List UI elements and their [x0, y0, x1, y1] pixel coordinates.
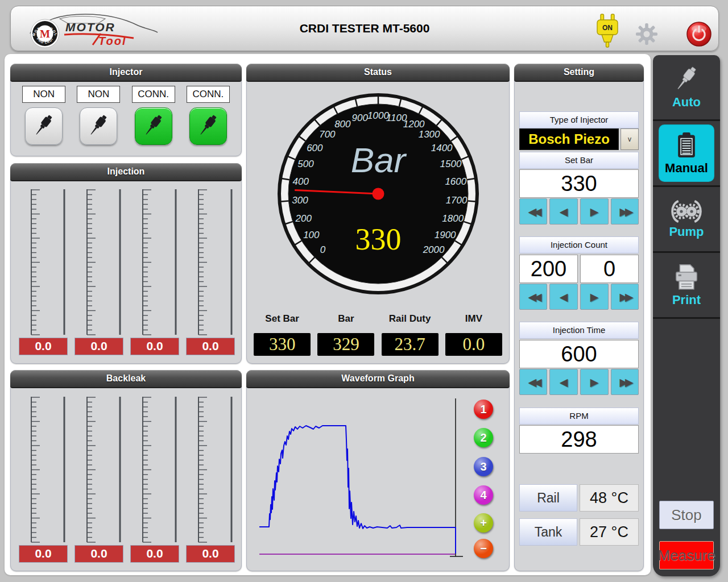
injector1-button[interactable] — [25, 107, 63, 145]
rail-temp-value: 48 °C — [580, 484, 639, 512]
svg-text:2000: 2000 — [423, 244, 445, 255]
backleak3-value: 0.0 — [130, 545, 179, 563]
type-of-injector-label: Type of Injector — [519, 111, 639, 128]
injector-panel: Injector NON NON CONN. CONN. — [10, 64, 242, 156]
injection3-value: 0.0 — [130, 338, 179, 355]
channel-4-button[interactable]: 4 — [474, 485, 493, 505]
channel-3-button[interactable]: 3 — [474, 457, 493, 476]
backleak-gauge-4: 0.0 — [183, 396, 238, 563]
svg-text:900: 900 — [352, 113, 369, 123]
injector-icon — [195, 113, 221, 139]
injector4-button[interactable] — [189, 107, 227, 145]
brand-motor-text: MOTOR — [65, 20, 115, 34]
readout-imv: IMV 0.0 — [442, 313, 506, 356]
rpm-label: RPM — [519, 408, 639, 425]
injector3-status: CONN. — [132, 86, 175, 103]
increase-button[interactable]: ▶ — [580, 198, 609, 225]
svg-text:0: 0 — [320, 244, 326, 255]
svg-text:1300: 1300 — [419, 129, 440, 140]
injection1-value: 0.0 — [19, 338, 68, 355]
gauge-value-readout: 330 — [355, 222, 402, 256]
vertical-scale — [71, 396, 127, 543]
readout-value: 23.7 — [382, 333, 439, 356]
fast-decrease-button[interactable]: ◀◀ — [519, 284, 547, 310]
decrease-button[interactable]: ◀ — [549, 198, 578, 225]
svg-text:1700: 1700 — [446, 195, 468, 206]
svg-text:600: 600 — [307, 143, 323, 153]
sidebar-item-print[interactable]: Print — [653, 253, 720, 319]
increase-button[interactable]: ▶ — [580, 369, 609, 395]
backleak-gauge-2: 0.0 — [71, 396, 127, 563]
svg-text:100: 100 — [303, 230, 320, 240]
fast-increase-button[interactable]: ▶▶ — [611, 369, 639, 395]
sidebar-item-label: Manual — [665, 161, 708, 176]
injection-count-current: 0 — [580, 255, 639, 283]
zoom-in-button[interactable]: + — [474, 513, 493, 533]
increase-button[interactable]: ▶ — [580, 284, 609, 310]
rail-temp-label: Rail — [519, 484, 577, 512]
sidebar-item-label: Auto — [672, 95, 701, 110]
measure-button[interactable]: Measure — [659, 541, 714, 569]
readout-bar: Bar 329 — [314, 313, 378, 356]
gauge-unit-label: Bar — [351, 140, 407, 180]
vertical-scale — [15, 396, 71, 543]
injector1-status: NON — [22, 86, 65, 103]
svg-text:1900: 1900 — [435, 230, 456, 240]
injector2-button[interactable] — [80, 107, 117, 145]
svg-text:700: 700 — [319, 129, 336, 140]
set-bar-value: 330 — [519, 169, 639, 198]
set-bar-stepper: ◀◀ ◀ ▶ ▶▶ — [519, 198, 639, 225]
readout-label: IMV — [465, 313, 482, 325]
readout-set-bar: Set Bar 330 — [250, 313, 314, 356]
channel-2-button[interactable]: 2 — [474, 428, 493, 447]
status-readouts-row: Set Bar 330 Bar 329 Rail Duty 23.7 IMV 0… — [250, 313, 506, 356]
svg-text:1800: 1800 — [442, 213, 464, 224]
sidebar-item-manual[interactable]: Manual — [653, 121, 720, 187]
waveform-graph-panel: Waveform Graph 1 2 3 4 + − — [246, 370, 510, 571]
fast-increase-button[interactable]: ▶▶ — [611, 284, 639, 310]
injection-count-values: 200 0 — [519, 255, 639, 283]
injector-icon — [85, 113, 111, 139]
sidebar-item-pump[interactable]: Pump — [653, 187, 720, 253]
power-button-icon[interactable] — [686, 21, 712, 47]
waveform-plot — [247, 371, 509, 571]
readout-label: Bar — [338, 313, 354, 325]
fast-increase-button[interactable]: ▶▶ — [611, 198, 639, 225]
injection-time-stepper: ◀◀ ◀ ▶ ▶▶ — [519, 369, 639, 395]
crdi-tester-app: M MOTORTOOL PRO CRDI MOTOR Tool CRDI TES… — [0, 0, 728, 582]
fast-decrease-button[interactable]: ◀◀ — [519, 369, 547, 395]
stop-button[interactable]: Stop — [659, 501, 714, 529]
svg-text:300: 300 — [292, 195, 308, 206]
status-panel-title: Status — [246, 64, 510, 82]
injection2-value: 0.0 — [75, 338, 123, 355]
fast-decrease-button[interactable]: ◀◀ — [519, 198, 547, 225]
set-bar-label: Set Bar — [519, 152, 639, 169]
injector-type-value[interactable]: Bosch Piezo — [519, 128, 619, 150]
svg-text:1400: 1400 — [431, 143, 453, 153]
injection-count-label: Injection Count — [519, 236, 639, 253]
badge-letter: M — [40, 28, 50, 40]
vertical-scale — [15, 189, 71, 335]
injector-type-dropdown: Bosch Piezo v — [519, 128, 639, 150]
injector3-button[interactable] — [135, 107, 172, 145]
settings-gear-icon[interactable] — [635, 23, 658, 45]
tank-temp-label: Tank — [519, 518, 577, 546]
injector-panel-title: Injector — [10, 64, 242, 82]
backleak4-value: 0.0 — [186, 545, 235, 563]
tank-temp-value: 27 °C — [580, 518, 639, 546]
decrease-button[interactable]: ◀ — [549, 284, 578, 310]
injector-voltage-trace — [259, 426, 456, 554]
vertical-scale — [183, 189, 238, 335]
decrease-button[interactable]: ◀ — [549, 369, 578, 395]
injection-count-target: 200 — [519, 255, 578, 283]
injection-time-value: 600 — [519, 340, 639, 368]
channel-1-button[interactable]: 1 — [474, 400, 493, 419]
injector-button-row — [16, 107, 235, 145]
power-plug-on-icon[interactable]: ON — [594, 13, 621, 48]
motortool-logo: M MOTORTOOL PRO CRDI MOTOR Tool — [26, 10, 168, 48]
dropdown-arrow-button[interactable]: v — [621, 128, 639, 150]
zoom-out-button[interactable]: − — [474, 539, 493, 558]
svg-text:1600: 1600 — [445, 176, 466, 187]
injector-status-row: NON NON CONN. CONN. — [16, 86, 235, 103]
sidebar-item-auto[interactable]: Auto — [653, 55, 720, 121]
